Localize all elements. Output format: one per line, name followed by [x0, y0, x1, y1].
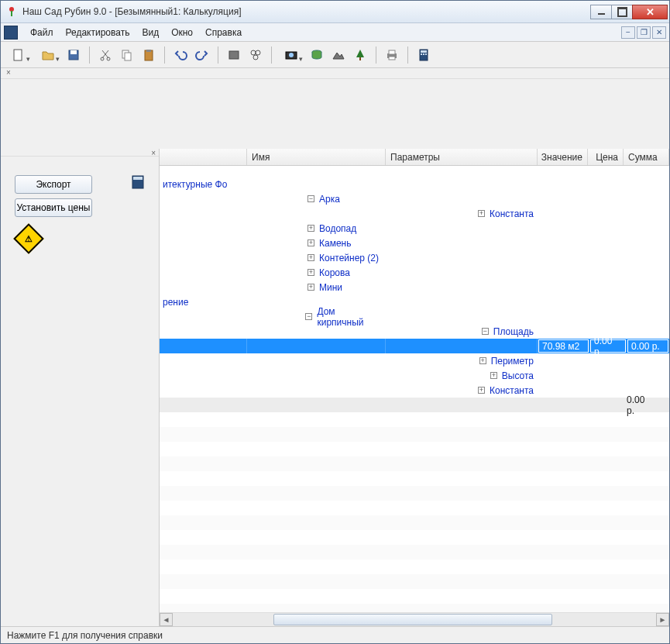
mdi-restore-button[interactable]: ❐ — [637, 26, 651, 39]
expand-icon[interactable]: + — [308, 269, 314, 276]
close-button[interactable]: ✕ — [632, 5, 668, 19]
scroll-track[interactable] — [173, 613, 656, 626]
window-title: Наш Сад Рубин 9.0 - [Безымянный1: Кальку… — [22, 6, 591, 17]
set-prices-button[interactable]: Установить цены — [15, 198, 92, 217]
statusbar-hint: Нажмите F1 для получения справки — [7, 630, 163, 641]
mdi-controls: − ❐ ✕ — [620, 26, 666, 39]
collapse-icon[interactable]: − — [482, 328, 489, 335]
expand-icon[interactable]: + — [490, 372, 497, 379]
upper-empty-pane — [1, 79, 669, 149]
photo-button[interactable] — [278, 46, 304, 64]
menu-view[interactable]: Вид — [136, 25, 165, 40]
scroll-right-button[interactable]: ► — [656, 613, 669, 626]
item-row[interactable]: +Контейнер (2) — [160, 250, 669, 265]
svg-point-14 — [253, 55, 258, 60]
dock-close-icon[interactable]: × — [4, 68, 13, 77]
param-row[interactable]: +Высота — [160, 368, 669, 383]
header-tree[interactable] — [160, 149, 247, 165]
calc-small-icon — [131, 175, 145, 191]
expand-icon[interactable]: + — [479, 357, 486, 364]
category-row[interactable]: рение — [160, 294, 669, 309]
item-row[interactable]: −Дом кирпичный — [160, 309, 669, 324]
expand-icon[interactable]: + — [308, 225, 314, 232]
maximize-button[interactable] — [611, 5, 633, 19]
menu-help[interactable]: Справка — [199, 25, 248, 40]
export-button[interactable]: Экспорт — [15, 175, 92, 194]
expand-icon[interactable]: + — [308, 284, 314, 291]
main-area: × Экспорт Установить цены ⚠ Имя — [1, 149, 669, 626]
statusbar: Нажмите F1 для получения справки — [1, 626, 669, 643]
svg-rect-10 — [146, 50, 151, 52]
category-row[interactable]: итектурные Фо — [160, 177, 669, 191]
app-window: Наш Сад Рубин 9.0 - [Безымянный1: Кальку… — [0, 0, 670, 644]
paste-button[interactable] — [139, 46, 158, 64]
expand-icon[interactable]: + — [308, 254, 314, 261]
header-name[interactable]: Имя — [247, 149, 386, 165]
toolbar — [1, 42, 669, 68]
open-button[interactable] — [35, 46, 61, 64]
menu-edit[interactable]: Редактировать — [60, 25, 136, 40]
param-row[interactable]: +Константа — [160, 206, 669, 221]
header-sum[interactable]: Сумма — [624, 149, 669, 165]
scroll-thumb[interactable] — [273, 614, 552, 625]
svg-rect-26 — [425, 53, 427, 55]
terrain-button[interactable] — [329, 46, 348, 64]
header-price[interactable]: Цена — [588, 149, 624, 165]
grid-header: Имя Параметры Значение Цена Сумма — [160, 149, 669, 166]
titlebar: Наш Сад Рубин 9.0 - [Безымянный1: Кальку… — [1, 1, 669, 23]
param-row[interactable]: +Константа — [160, 383, 669, 398]
svg-rect-11 — [229, 51, 239, 59]
svg-rect-24 — [421, 53, 422, 55]
minimize-button[interactable] — [590, 5, 612, 19]
calculator-button[interactable] — [414, 46, 433, 64]
redo-button[interactable] — [193, 46, 211, 64]
item-row[interactable]: +Камень — [160, 236, 669, 250]
selected-value-row[interactable]: 70.98 м2 0.00 р. 0.00 р. — [160, 339, 669, 353]
app-icon — [5, 5, 18, 18]
svg-point-16 — [289, 53, 294, 57]
print-button[interactable] — [383, 46, 401, 64]
export-button-label: Экспорт — [36, 179, 70, 190]
cut-button[interactable] — [96, 46, 115, 64]
item-row[interactable]: −Арка — [160, 191, 669, 206]
item-row[interactable]: +Мини — [160, 280, 669, 294]
flowerbed-button[interactable] — [246, 46, 265, 64]
svg-rect-2 — [14, 50, 22, 60]
menu-file[interactable]: Файл — [24, 25, 60, 40]
save-button[interactable] — [64, 46, 83, 64]
expand-icon[interactable]: + — [308, 239, 314, 246]
new-button[interactable] — [5, 46, 32, 64]
svg-rect-1 — [11, 11, 12, 16]
menubar: Файл Редактировать Вид Окно Справка − ❐ … — [1, 23, 669, 42]
sidepanel-close-icon[interactable]: × — [151, 149, 156, 156]
item-row[interactable]: +Корова — [160, 265, 669, 280]
tree-button[interactable] — [351, 46, 369, 64]
item-row[interactable]: +Водопад — [160, 221, 669, 236]
menu-window[interactable]: Окно — [165, 25, 199, 40]
copy-button[interactable] — [118, 46, 136, 64]
svg-rect-25 — [423, 53, 424, 55]
calculation-grid: Имя Параметры Значение Цена Сумма итекту… — [160, 149, 669, 626]
undo-button[interactable] — [171, 46, 190, 64]
horizontal-scrollbar[interactable]: ◄ ► — [160, 612, 669, 626]
encyclopedia-button[interactable] — [225, 46, 243, 64]
param-row[interactable]: +Периметр — [160, 353, 669, 368]
mdi-app-icon — [4, 26, 18, 40]
svg-point-12 — [251, 50, 256, 55]
scroll-left-button[interactable]: ◄ — [160, 613, 173, 626]
collapse-icon[interactable]: − — [305, 313, 312, 320]
expand-icon[interactable]: + — [478, 387, 485, 394]
collapse-icon[interactable]: − — [308, 195, 314, 202]
mdi-close-button[interactable]: ✕ — [652, 26, 666, 39]
header-params[interactable]: Параметры — [386, 149, 538, 165]
header-value[interactable]: Значение — [538, 149, 588, 165]
side-panel: × Экспорт Установить цены ⚠ — [1, 149, 160, 626]
svg-rect-23 — [421, 50, 427, 53]
expand-icon[interactable]: + — [478, 210, 485, 217]
resource-button[interactable] — [308, 46, 326, 64]
param-row[interactable]: −Площадь — [160, 324, 669, 339]
warning-sign-icon[interactable]: ⚠ — [13, 223, 44, 254]
svg-rect-21 — [389, 57, 395, 60]
mdi-minimize-button[interactable]: − — [621, 26, 635, 39]
svg-rect-20 — [389, 50, 395, 54]
